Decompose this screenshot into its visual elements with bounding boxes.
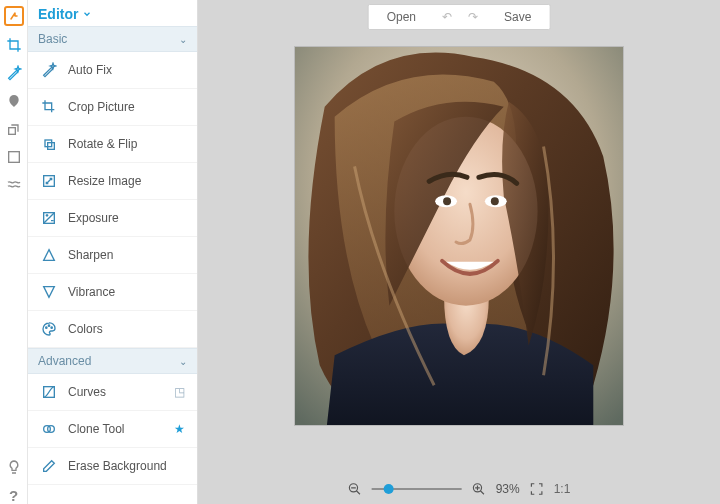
zoom-value: 93% — [496, 482, 520, 496]
tool-rail: ? — [0, 0, 28, 504]
image-preview[interactable] — [294, 46, 624, 426]
chevron-down-icon: ⌄ — [179, 356, 187, 367]
retouch-tool-icon[interactable] — [5, 92, 23, 110]
popout-icon: ◳ — [174, 385, 185, 399]
zoom-toolbar: 93% 1:1 — [348, 482, 571, 496]
fit-screen-button[interactable] — [530, 482, 544, 496]
exposure-icon — [40, 209, 58, 227]
svg-point-17 — [491, 197, 499, 205]
curves-icon — [40, 383, 58, 401]
svg-point-15 — [443, 197, 451, 205]
eraser-icon — [40, 457, 58, 475]
effects-tool-icon[interactable] — [5, 64, 23, 82]
top-toolbar: Open ↶ ↷ Save — [368, 4, 551, 30]
svg-point-8 — [51, 327, 52, 328]
item-clone-tool[interactable]: Clone Tool★ — [28, 411, 197, 448]
rotate-icon — [40, 135, 58, 153]
star-icon: ★ — [174, 422, 185, 436]
side-panel: Editor Basic⌄ Auto Fix Crop Picture Rota… — [28, 0, 198, 504]
item-sharpen[interactable]: Sharpen — [28, 237, 197, 274]
vibrance-icon — [40, 283, 58, 301]
save-button[interactable]: Save — [486, 10, 549, 24]
actual-size-button[interactable]: 1:1 — [554, 482, 571, 496]
advanced-items: Curves◳ Clone Tool★ Erase Background — [28, 374, 197, 485]
chevron-down-icon: ⌄ — [179, 34, 187, 45]
help-icon[interactable]: ? — [5, 486, 23, 504]
panel-title[interactable]: Editor — [28, 0, 197, 26]
clone-icon — [40, 420, 58, 438]
crop-icon — [40, 98, 58, 116]
frame-tool-icon[interactable] — [5, 148, 23, 166]
redo-icon: ↷ — [460, 10, 486, 24]
open-button[interactable]: Open — [369, 10, 434, 24]
item-erase-bg[interactable]: Erase Background — [28, 448, 197, 485]
zoom-in-button[interactable] — [472, 482, 486, 496]
svg-point-6 — [46, 327, 47, 328]
svg-line-19 — [356, 491, 360, 495]
item-exposure[interactable]: Exposure — [28, 200, 197, 237]
item-crop[interactable]: Crop Picture — [28, 89, 197, 126]
canvas-area: Open ↶ ↷ Save — [198, 0, 720, 504]
item-resize[interactable]: Resize Image — [28, 163, 197, 200]
texture-tool-icon[interactable] — [5, 176, 23, 194]
clone-tool-icon[interactable] — [5, 120, 23, 138]
item-curves[interactable]: Curves◳ — [28, 374, 197, 411]
section-advanced[interactable]: Advanced⌄ — [28, 348, 197, 374]
basic-items: Auto Fix Crop Picture Rotate & Flip Resi… — [28, 52, 197, 348]
palette-icon — [40, 320, 58, 338]
sharpen-icon — [40, 246, 58, 264]
crop-tool-icon[interactable] — [5, 36, 23, 54]
app-logo — [4, 6, 24, 26]
zoom-out-button[interactable] — [348, 482, 362, 496]
resize-icon — [40, 172, 58, 190]
section-basic[interactable]: Basic⌄ — [28, 26, 197, 52]
zoom-slider[interactable] — [372, 483, 462, 495]
item-colors[interactable]: Colors — [28, 311, 197, 348]
item-rotate[interactable]: Rotate & Flip — [28, 126, 197, 163]
item-auto-fix[interactable]: Auto Fix — [28, 52, 197, 89]
idea-icon[interactable] — [5, 458, 23, 476]
item-vibrance[interactable]: Vibrance — [28, 274, 197, 311]
undo-icon: ↶ — [434, 10, 460, 24]
svg-line-22 — [480, 491, 484, 495]
chevron-down-icon — [82, 9, 92, 19]
svg-rect-2 — [45, 140, 52, 147]
svg-point-7 — [48, 325, 49, 326]
wand-icon — [40, 61, 58, 79]
svg-rect-1 — [8, 152, 19, 163]
svg-rect-0 — [8, 128, 15, 135]
